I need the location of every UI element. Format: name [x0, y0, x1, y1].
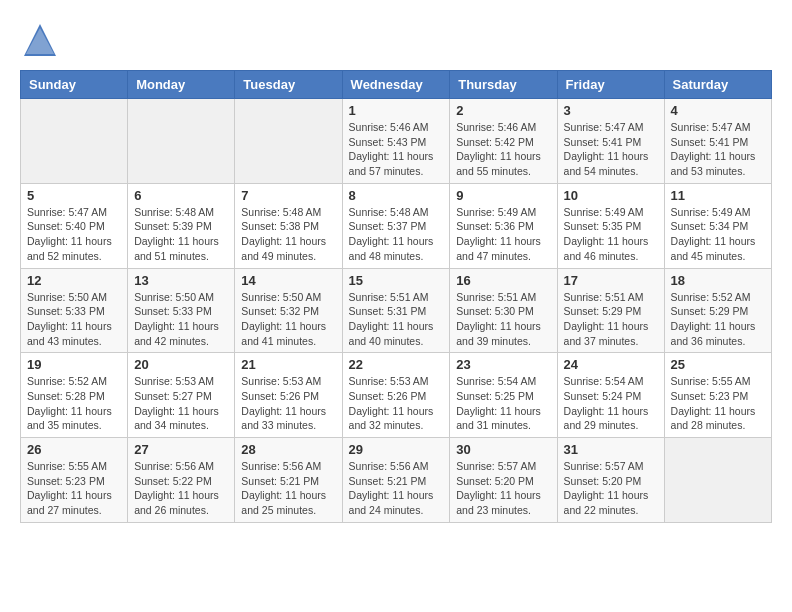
weekday-header: Friday: [557, 71, 664, 99]
day-info: Sunrise: 5:47 AM Sunset: 5:41 PM Dayligh…: [671, 120, 765, 179]
logo-icon: [20, 20, 60, 60]
day-number: 28: [241, 442, 335, 457]
weekday-header: Tuesday: [235, 71, 342, 99]
day-number: 24: [564, 357, 658, 372]
day-info: Sunrise: 5:50 AM Sunset: 5:33 PM Dayligh…: [134, 290, 228, 349]
calendar-week-row: 12Sunrise: 5:50 AM Sunset: 5:33 PM Dayli…: [21, 268, 772, 353]
calendar-cell: 16Sunrise: 5:51 AM Sunset: 5:30 PM Dayli…: [450, 268, 557, 353]
page-header: [20, 20, 772, 60]
weekday-header: Sunday: [21, 71, 128, 99]
day-info: Sunrise: 5:52 AM Sunset: 5:28 PM Dayligh…: [27, 374, 121, 433]
day-info: Sunrise: 5:48 AM Sunset: 5:39 PM Dayligh…: [134, 205, 228, 264]
day-number: 22: [349, 357, 444, 372]
calendar-cell: 7Sunrise: 5:48 AM Sunset: 5:38 PM Daylig…: [235, 183, 342, 268]
calendar-week-row: 1Sunrise: 5:46 AM Sunset: 5:43 PM Daylig…: [21, 99, 772, 184]
day-number: 26: [27, 442, 121, 457]
day-number: 8: [349, 188, 444, 203]
calendar-cell: 5Sunrise: 5:47 AM Sunset: 5:40 PM Daylig…: [21, 183, 128, 268]
calendar-week-row: 5Sunrise: 5:47 AM Sunset: 5:40 PM Daylig…: [21, 183, 772, 268]
day-info: Sunrise: 5:55 AM Sunset: 5:23 PM Dayligh…: [27, 459, 121, 518]
calendar-cell: 3Sunrise: 5:47 AM Sunset: 5:41 PM Daylig…: [557, 99, 664, 184]
day-number: 16: [456, 273, 550, 288]
calendar-cell: [128, 99, 235, 184]
calendar-table: SundayMondayTuesdayWednesdayThursdayFrid…: [20, 70, 772, 523]
calendar-cell: 10Sunrise: 5:49 AM Sunset: 5:35 PM Dayli…: [557, 183, 664, 268]
day-number: 10: [564, 188, 658, 203]
weekday-header: Monday: [128, 71, 235, 99]
day-number: 19: [27, 357, 121, 372]
calendar-cell: 20Sunrise: 5:53 AM Sunset: 5:27 PM Dayli…: [128, 353, 235, 438]
calendar-cell: 6Sunrise: 5:48 AM Sunset: 5:39 PM Daylig…: [128, 183, 235, 268]
calendar-cell: 1Sunrise: 5:46 AM Sunset: 5:43 PM Daylig…: [342, 99, 450, 184]
day-number: 14: [241, 273, 335, 288]
calendar-cell: 31Sunrise: 5:57 AM Sunset: 5:20 PM Dayli…: [557, 438, 664, 523]
calendar-cell: 24Sunrise: 5:54 AM Sunset: 5:24 PM Dayli…: [557, 353, 664, 438]
logo: [20, 20, 62, 60]
day-number: 12: [27, 273, 121, 288]
calendar-header: SundayMondayTuesdayWednesdayThursdayFrid…: [21, 71, 772, 99]
day-info: Sunrise: 5:50 AM Sunset: 5:32 PM Dayligh…: [241, 290, 335, 349]
day-info: Sunrise: 5:49 AM Sunset: 5:34 PM Dayligh…: [671, 205, 765, 264]
day-number: 15: [349, 273, 444, 288]
weekday-header: Wednesday: [342, 71, 450, 99]
day-number: 30: [456, 442, 550, 457]
day-number: 21: [241, 357, 335, 372]
day-info: Sunrise: 5:50 AM Sunset: 5:33 PM Dayligh…: [27, 290, 121, 349]
day-number: 11: [671, 188, 765, 203]
day-number: 9: [456, 188, 550, 203]
day-number: 1: [349, 103, 444, 118]
calendar-cell: 30Sunrise: 5:57 AM Sunset: 5:20 PM Dayli…: [450, 438, 557, 523]
day-info: Sunrise: 5:53 AM Sunset: 5:26 PM Dayligh…: [349, 374, 444, 433]
day-info: Sunrise: 5:49 AM Sunset: 5:35 PM Dayligh…: [564, 205, 658, 264]
day-number: 4: [671, 103, 765, 118]
calendar-cell: 13Sunrise: 5:50 AM Sunset: 5:33 PM Dayli…: [128, 268, 235, 353]
day-info: Sunrise: 5:56 AM Sunset: 5:22 PM Dayligh…: [134, 459, 228, 518]
day-info: Sunrise: 5:53 AM Sunset: 5:27 PM Dayligh…: [134, 374, 228, 433]
day-info: Sunrise: 5:56 AM Sunset: 5:21 PM Dayligh…: [349, 459, 444, 518]
day-info: Sunrise: 5:54 AM Sunset: 5:24 PM Dayligh…: [564, 374, 658, 433]
calendar-cell: [235, 99, 342, 184]
day-number: 27: [134, 442, 228, 457]
calendar-cell: 26Sunrise: 5:55 AM Sunset: 5:23 PM Dayli…: [21, 438, 128, 523]
day-number: 3: [564, 103, 658, 118]
day-info: Sunrise: 5:57 AM Sunset: 5:20 PM Dayligh…: [456, 459, 550, 518]
day-info: Sunrise: 5:49 AM Sunset: 5:36 PM Dayligh…: [456, 205, 550, 264]
day-number: 29: [349, 442, 444, 457]
day-number: 2: [456, 103, 550, 118]
calendar-cell: 2Sunrise: 5:46 AM Sunset: 5:42 PM Daylig…: [450, 99, 557, 184]
day-info: Sunrise: 5:47 AM Sunset: 5:41 PM Dayligh…: [564, 120, 658, 179]
day-info: Sunrise: 5:51 AM Sunset: 5:29 PM Dayligh…: [564, 290, 658, 349]
day-info: Sunrise: 5:51 AM Sunset: 5:30 PM Dayligh…: [456, 290, 550, 349]
day-info: Sunrise: 5:46 AM Sunset: 5:43 PM Dayligh…: [349, 120, 444, 179]
day-number: 25: [671, 357, 765, 372]
day-info: Sunrise: 5:51 AM Sunset: 5:31 PM Dayligh…: [349, 290, 444, 349]
calendar-cell: 8Sunrise: 5:48 AM Sunset: 5:37 PM Daylig…: [342, 183, 450, 268]
calendar-cell: 29Sunrise: 5:56 AM Sunset: 5:21 PM Dayli…: [342, 438, 450, 523]
calendar-cell: 11Sunrise: 5:49 AM Sunset: 5:34 PM Dayli…: [664, 183, 771, 268]
calendar-cell: 25Sunrise: 5:55 AM Sunset: 5:23 PM Dayli…: [664, 353, 771, 438]
calendar-cell: 19Sunrise: 5:52 AM Sunset: 5:28 PM Dayli…: [21, 353, 128, 438]
day-number: 23: [456, 357, 550, 372]
day-info: Sunrise: 5:52 AM Sunset: 5:29 PM Dayligh…: [671, 290, 765, 349]
calendar-cell: 22Sunrise: 5:53 AM Sunset: 5:26 PM Dayli…: [342, 353, 450, 438]
day-info: Sunrise: 5:55 AM Sunset: 5:23 PM Dayligh…: [671, 374, 765, 433]
day-info: Sunrise: 5:46 AM Sunset: 5:42 PM Dayligh…: [456, 120, 550, 179]
calendar-cell: 28Sunrise: 5:56 AM Sunset: 5:21 PM Dayli…: [235, 438, 342, 523]
day-info: Sunrise: 5:57 AM Sunset: 5:20 PM Dayligh…: [564, 459, 658, 518]
calendar-cell: 23Sunrise: 5:54 AM Sunset: 5:25 PM Dayli…: [450, 353, 557, 438]
day-info: Sunrise: 5:48 AM Sunset: 5:37 PM Dayligh…: [349, 205, 444, 264]
day-info: Sunrise: 5:47 AM Sunset: 5:40 PM Dayligh…: [27, 205, 121, 264]
calendar-week-row: 19Sunrise: 5:52 AM Sunset: 5:28 PM Dayli…: [21, 353, 772, 438]
weekday-header: Thursday: [450, 71, 557, 99]
calendar-week-row: 26Sunrise: 5:55 AM Sunset: 5:23 PM Dayli…: [21, 438, 772, 523]
day-number: 7: [241, 188, 335, 203]
day-info: Sunrise: 5:54 AM Sunset: 5:25 PM Dayligh…: [456, 374, 550, 433]
weekday-header: Saturday: [664, 71, 771, 99]
calendar-cell: 27Sunrise: 5:56 AM Sunset: 5:22 PM Dayli…: [128, 438, 235, 523]
calendar-cell: 14Sunrise: 5:50 AM Sunset: 5:32 PM Dayli…: [235, 268, 342, 353]
calendar-cell: 21Sunrise: 5:53 AM Sunset: 5:26 PM Dayli…: [235, 353, 342, 438]
day-info: Sunrise: 5:56 AM Sunset: 5:21 PM Dayligh…: [241, 459, 335, 518]
day-number: 5: [27, 188, 121, 203]
day-number: 17: [564, 273, 658, 288]
day-number: 18: [671, 273, 765, 288]
